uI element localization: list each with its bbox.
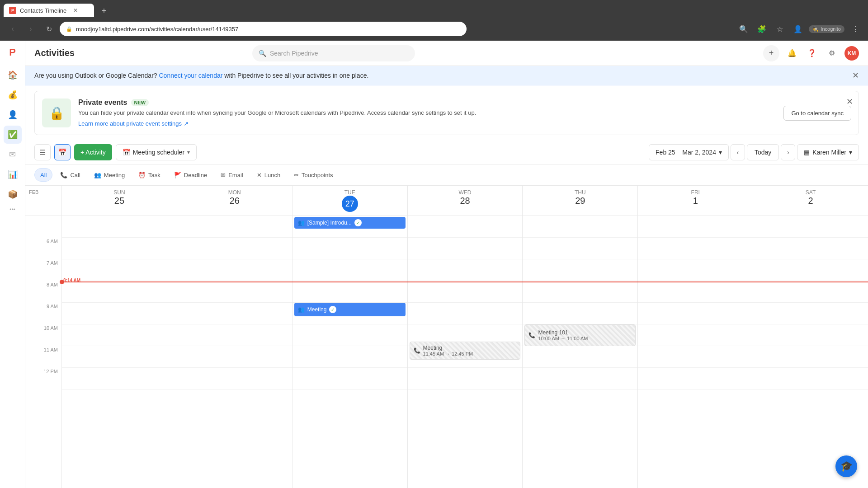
new-badge: NEW [131, 99, 149, 106]
nav-mail-icon[interactable]: ✉ [4, 145, 22, 164]
day-col-thu29: 📞 Meeting 101 10:00 AM → 11:00 AM [522, 216, 637, 488]
day-header-thu29: THU 29 [522, 186, 637, 216]
search-bar[interactable]: 🔍 Search Pipedrive [252, 45, 415, 61]
meeting-label: Meeting [307, 306, 327, 313]
extension-btn[interactable]: 🧩 [755, 22, 769, 36]
active-tab[interactable]: P Contacts Timeline ✕ [4, 4, 94, 17]
event-sample-intro[interactable]: 👥 [Sample] Introdu... ✓ [294, 217, 406, 229]
connect-calendar-link[interactable]: Connect your calendar [159, 72, 223, 79]
day-col-mon26 [177, 216, 292, 488]
user-filter-arrow-icon: ▾ [849, 149, 852, 156]
nav-products-icon[interactable]: 📦 [4, 185, 22, 203]
today-btn[interactable]: Today [747, 144, 779, 160]
app-logo[interactable]: P [5, 44, 21, 61]
filter-tab-touchpoints[interactable]: ✏ Touchpoints [288, 168, 339, 182]
nav-more[interactable]: ••• [4, 205, 22, 214]
event-meeting-tue[interactable]: 👥 Meeting ✓ [294, 303, 406, 316]
event-meeting-wed[interactable]: 📞 Meeting 11:45 AM → 12:45 PM [410, 342, 521, 360]
top-bar-actions: + 🔔 ❓ ⚙ KM [763, 45, 859, 61]
activity-filter-tabs: All 📞 Call 👥 Meeting ⏰ Task 🚩 Deadline ✉… [25, 164, 868, 186]
event-meeting101[interactable]: 📞 Meeting 101 10:00 AM → 11:00 AM [524, 324, 636, 346]
profile-btn[interactable]: 👤 [791, 22, 805, 36]
day-col-tue27: 👥 [Sample] Introdu... ✓ 👥 Meeting ✓ [292, 216, 407, 488]
time-column: 6 AM 7 AM 8 AM 9 AM 10 AM 11 AM 12 PM [25, 216, 61, 488]
app: P 🏠 💰 👤 ✅ ✉ 📊 📦 ••• Activities 🔍 Search … [0, 41, 868, 488]
go-to-calendar-sync-btn[interactable]: Go to calendar sync [783, 106, 851, 121]
day-name-sat: SAT [753, 189, 868, 196]
next-week-btn[interactable]: › [781, 144, 795, 160]
filter-tab-deadline[interactable]: 🚩 Deadline [168, 168, 213, 182]
filter-tab-all[interactable]: All [34, 168, 52, 182]
url-text: moodjoy1altd.pipedrive.com/activities/ca… [76, 26, 238, 33]
private-card-close-btn[interactable]: ✕ [846, 97, 853, 107]
day-header-wed28: WED 28 [407, 186, 523, 216]
timeslot-10am: 10 AM [25, 324, 61, 346]
private-card-content: Private events NEW You can hide your pri… [78, 99, 776, 127]
bookmark-btn[interactable]: ☆ [773, 22, 787, 36]
main-content: Activities 🔍 Search Pipedrive + 🔔 ❓ ⚙ KM… [25, 41, 868, 488]
learn-more-link[interactable]: Learn more about private event settings … [78, 120, 189, 127]
timeslot-9am: 9 AM [25, 303, 61, 324]
nav-forward-btn[interactable]: › [24, 22, 38, 36]
private-card-title: Private events NEW [78, 99, 776, 107]
search-browser-btn[interactable]: 🔍 [736, 22, 751, 36]
day-name-fri: FRI [638, 189, 753, 196]
prev-week-btn[interactable]: ‹ [731, 144, 745, 160]
add-activity-btn[interactable]: + Activity [74, 144, 112, 160]
nav-activities-icon active[interactable]: ✅ [4, 126, 22, 144]
private-card-description: You can hide your private calendar event… [78, 108, 776, 117]
lunch-icon: ✕ [257, 172, 262, 178]
left-nav: P 🏠 💰 👤 ✅ ✉ 📊 📦 ••• [0, 41, 25, 488]
nav-home-icon[interactable]: 🏠 [4, 66, 22, 84]
day-header-sat2: SAT 2 [753, 186, 868, 216]
menu-btn[interactable]: ⋮ [848, 22, 863, 36]
event-time: 11:45 AM → 12:45 PM [423, 351, 473, 357]
time-gutter-header: FEB [25, 186, 61, 216]
nav-reports-icon[interactable]: 📊 [4, 165, 22, 183]
banner-close-btn[interactable]: ✕ [852, 70, 859, 80]
calendar-view-btn[interactable]: 📅 [54, 144, 71, 160]
filter-tab-email[interactable]: ✉ Email [215, 168, 249, 182]
filter-tab-task[interactable]: ⏰ Task [132, 168, 166, 182]
list-view-btn[interactable]: ☰ [34, 144, 51, 160]
address-bar[interactable]: 🔒 moodjoy1altd.pipedrive.com/activities/… [60, 22, 467, 36]
notifications-icon[interactable]: 🔔 [785, 46, 799, 61]
nav-deals-icon[interactable]: 💰 [4, 86, 22, 104]
meeting-completed-icon: ✓ [329, 306, 336, 313]
page-title: Activities [34, 48, 75, 58]
avatar[interactable]: KM [844, 46, 859, 61]
filter-tab-meeting[interactable]: 👥 Meeting [88, 168, 131, 182]
help-fab-btn[interactable]: 🎓 [835, 455, 857, 477]
help-icon[interactable]: ❓ [805, 46, 819, 61]
banner-text: Are you using Outlook or Google Calendar… [34, 72, 368, 79]
day-number-27-today: 27 [342, 196, 358, 212]
private-card-icon: 🔒 [42, 99, 71, 127]
private-events-card: 🔒 Private events NEW You can hide your p… [34, 91, 859, 135]
filter-tab-lunch[interactable]: ✕ Lunch [251, 168, 286, 182]
nav-contacts-icon[interactable]: 👤 [4, 106, 22, 124]
user-filter-btn[interactable]: ▤ Karen Miller ▾ [797, 144, 859, 160]
timeslot-5am [25, 216, 61, 238]
feb-label: FEB [25, 186, 61, 195]
calendar: FEB SUN 25 MON 26 TUE 27 WED 28 [25, 186, 868, 488]
meeting101-label: Meeting 101 [538, 329, 588, 336]
meeting101-time: 10:00 AM → 11:00 AM [538, 336, 588, 341]
task-icon: ⏰ [138, 172, 146, 178]
global-add-btn[interactable]: + [763, 45, 779, 61]
deadline-icon: 🚩 [174, 172, 181, 178]
meeting-icon-event: 👥 [298, 306, 305, 313]
meeting-scheduler-btn[interactable]: 📅 Meeting scheduler ▾ [116, 144, 197, 160]
tab-close-btn[interactable]: ✕ [72, 7, 79, 14]
date-range-btn[interactable]: Feb 25 – Mar 2, 2024 ▾ [649, 144, 729, 160]
touchpoints-icon: ✏ [294, 172, 299, 178]
nav-back-btn[interactable]: ‹ [5, 22, 20, 36]
new-tab-btn[interactable]: + [98, 5, 110, 17]
filter-tab-call[interactable]: 📞 Call [54, 168, 86, 182]
call-icon-event: 📞 [414, 347, 420, 354]
call-icon-meeting101: 📞 [528, 332, 535, 338]
nav-refresh-btn[interactable]: ↻ [42, 22, 56, 36]
incognito-label: Incognito [821, 26, 841, 32]
browser-actions: 🔍 🧩 ☆ 👤 🕵 Incognito ⋮ [736, 22, 863, 36]
settings-icon[interactable]: ⚙ [825, 46, 839, 61]
date-nav: Feb 25 – Mar 2, 2024 ▾ ‹ Today › ▤ Karen… [649, 144, 859, 160]
